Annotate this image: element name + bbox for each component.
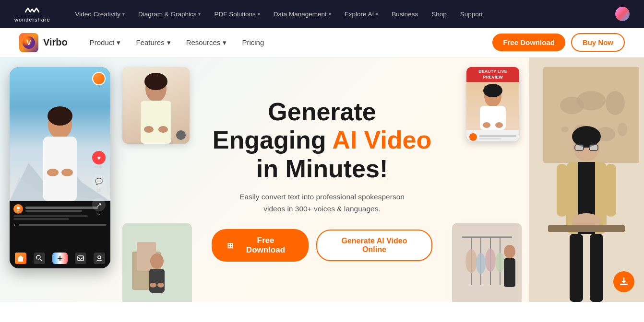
phone-plus-icon (52, 253, 68, 264)
svg-rect-38 (575, 145, 584, 150)
wondershare-logo[interactable]: wondershare (14, 5, 50, 23)
hero-generate-online-button[interactable]: Generate AI Video Online (316, 230, 432, 261)
sub-nav-resources[interactable]: Resources ▾ (179, 34, 235, 51)
download-icon (619, 276, 629, 287)
sub-nav-buy-now-button[interactable]: Buy Now (571, 33, 625, 52)
chevron-down-icon: ▾ (258, 12, 260, 17)
top-nav-item-video-creativity[interactable]: Video Creativity ▾ (70, 8, 131, 21)
svg-rect-20 (141, 101, 171, 144)
svg-rect-46 (570, 234, 583, 302)
virbo-sub-navigation: V Virbo Product ▾ Features ▾ Resources ▾… (0, 28, 644, 58)
floating-download-badge[interactable] (613, 271, 634, 292)
hero-center-content: Generate Engaging AI Video in Minutes! E… (202, 88, 442, 272)
top-nav-item-explore-ai[interactable]: Explore AI ▾ (339, 8, 384, 21)
right-person-card (529, 58, 644, 302)
svg-rect-53 (149, 269, 165, 293)
beauty-live-preview-card: BEAUTY LIVE PREVIEW (466, 67, 519, 141)
svg-marker-71 (621, 281, 626, 283)
svg-point-27 (495, 122, 503, 128)
svg-point-30 (577, 91, 606, 110)
top-navigation: wondershare Video Creativity ▾ Diagram &… (0, 0, 644, 28)
hero-free-download-button[interactable]: ⊞ Free Download (212, 229, 309, 262)
comment-stat: 💬 15 (92, 174, 106, 192)
svg-point-24 (483, 84, 502, 97)
sub-nav-pricing[interactable]: Pricing (234, 34, 272, 50)
phone-home-icon (15, 253, 26, 264)
comment-icon: 💬 (92, 174, 106, 188)
logo-text: wondershare (14, 17, 50, 23)
svg-point-65 (495, 253, 505, 272)
chevron-down-icon: ▾ (329, 12, 331, 17)
phone-mockup: ♫ ♥ 13.5D 💬 15 ↗ 17 (10, 67, 110, 268)
map-background (529, 58, 644, 302)
top-nav-item-support[interactable]: Support (454, 8, 489, 21)
svg-rect-10 (18, 258, 23, 262)
phone-stats: ♥ 13.5D 💬 15 ↗ 17 (92, 151, 106, 216)
chevron-down-icon: ▾ (376, 12, 378, 17)
virbo-brand[interactable]: V Virbo (19, 33, 68, 52)
svg-point-12 (36, 255, 40, 259)
svg-point-54 (150, 283, 156, 288)
svg-rect-67 (504, 258, 515, 287)
phone-inner: ♫ ♥ 13.5D 💬 15 ↗ 17 (10, 67, 110, 268)
svg-rect-48 (548, 225, 625, 232)
phone-profile-icon (94, 253, 105, 264)
svg-point-64 (485, 249, 496, 272)
svg-point-62 (465, 249, 477, 273)
sub-nav-features[interactable]: Features ▾ (128, 34, 178, 51)
top-nav-item-shop[interactable]: Shop (426, 8, 453, 21)
svg-point-66 (504, 245, 515, 258)
virbo-logo-icon: V (19, 33, 38, 52)
beauty-card-header: BEAUTY LIVE PREVIEW (466, 67, 519, 82)
svg-rect-68 (620, 284, 628, 285)
chevron-down-icon: ▾ (167, 38, 171, 47)
svg-rect-47 (590, 234, 603, 302)
hero-buttons: ⊞ Free Download Generate AI Video Online (212, 229, 432, 262)
svg-point-19 (144, 73, 167, 90)
svg-point-31 (606, 91, 625, 115)
top-nav-item-data-management[interactable]: Data Management ▾ (268, 8, 337, 21)
hero-subtitle: Easily convert text into professional sp… (212, 191, 432, 215)
hero-section: ♫ ♥ 13.5D 💬 15 ↗ 17 (0, 58, 644, 302)
share-icon: ↗ (92, 198, 106, 211)
svg-marker-11 (17, 255, 24, 258)
svg-rect-44 (606, 164, 616, 217)
phone-search-icon (34, 253, 45, 264)
sub-nav-product[interactable]: Product ▾ (82, 34, 129, 51)
sub-nav-free-download-button[interactable]: Free Download (492, 34, 565, 51)
hero-title: Generate Engaging AI Video in Minutes! (212, 98, 432, 184)
heart-icon: ♥ (92, 151, 106, 164)
svg-point-7 (47, 169, 59, 176)
bottom-left-hero-image (122, 223, 192, 302)
svg-point-21 (144, 126, 154, 133)
phone-inbox-icon (75, 253, 86, 264)
svg-point-52 (150, 253, 164, 269)
share-stat: ↗ 17 (92, 198, 106, 216)
small-hero-image-topleft (122, 67, 190, 144)
chevron-down-icon: ▾ (122, 12, 125, 17)
top-nav-item-business[interactable]: Business (386, 8, 424, 21)
beauty-card-body (466, 82, 519, 130)
svg-point-5 (48, 106, 72, 126)
svg-point-9 (17, 207, 20, 209)
svg-line-13 (40, 259, 42, 261)
svg-text:V: V (26, 39, 31, 46)
svg-rect-39 (589, 145, 598, 150)
top-nav-item-diagram-graphics[interactable]: Diagram & Graphics ▾ (132, 8, 207, 21)
top-nav-item-pdf-solutions[interactable]: PDF Solutions ▾ (208, 8, 265, 21)
svg-point-37 (572, 126, 601, 147)
phone-bottom-bar (10, 248, 110, 268)
svg-rect-43 (557, 164, 567, 217)
sub-nav-items: Product ▾ Features ▾ Resources ▾ Pricing (82, 34, 493, 51)
bottom-right-hero-image (452, 223, 522, 302)
user-avatar[interactable] (615, 7, 630, 21)
top-nav-items: Video Creativity ▾ Diagram & Graphics ▾ … (70, 8, 615, 21)
svg-point-63 (476, 253, 486, 274)
chevron-down-icon: ▾ (198, 12, 201, 17)
like-stat: ♥ 13.5D (92, 151, 106, 169)
top-nav-right (615, 7, 630, 21)
svg-rect-6 (43, 137, 77, 201)
svg-point-26 (483, 122, 490, 128)
svg-point-8 (61, 169, 73, 176)
svg-point-17 (98, 256, 101, 259)
